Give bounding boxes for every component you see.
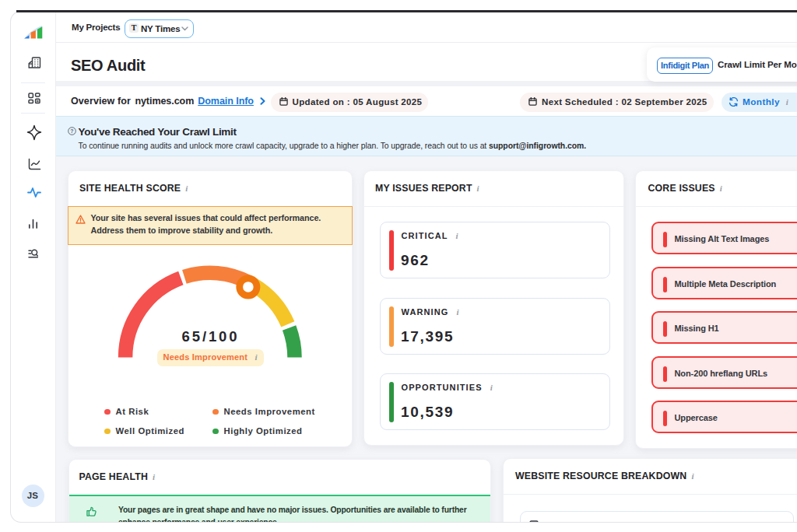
svg-text:?: ? [70,128,73,134]
